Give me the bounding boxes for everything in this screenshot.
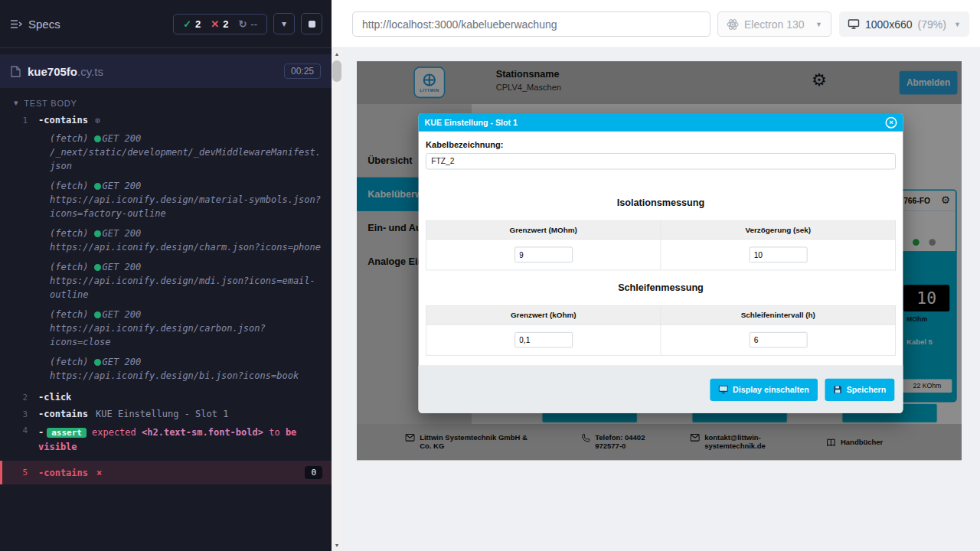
column-header: Verzögerung (sek) [661, 220, 896, 239]
monitor-icon [848, 18, 860, 30]
collapse-tests-button[interactable]: ▾ [273, 13, 295, 34]
browser-header: Electron 130 ▼ 1000x660 (79%) ▼ [332, 0, 980, 48]
command-dash: - [38, 427, 44, 438]
reporter-header: Specs ✓2 ✕2 ↻-- ▾ [0, 0, 332, 48]
command-name: -contains [38, 409, 88, 419]
element-count-badge: 0 [305, 466, 322, 479]
loop-limit-input[interactable] [514, 332, 573, 348]
url-input[interactable] [352, 11, 710, 37]
status-ok-dot-icon [94, 264, 101, 271]
stop-icon [309, 21, 315, 28]
command-row-click[interactable]: 2 -click [0, 389, 332, 406]
failed-x-icon: ✕ [211, 18, 219, 30]
stat-failed: ✕2 [211, 18, 228, 30]
fetch-log-entry[interactable]: (fetch)GET 200 https://api.iconify.desig… [0, 260, 332, 302]
chevron-down-icon: ▼ [815, 21, 822, 28]
fetch-log-entry[interactable]: (fetch)GET 200 https://api.iconify.desig… [0, 308, 332, 349]
fetch-log-entry[interactable]: (fetch)GET 200 https://api.iconify.desig… [0, 355, 332, 383]
assert-badge: assert [47, 428, 87, 438]
fetch-log-entry[interactable]: (fetch)GET 200 https://api.iconify.desig… [0, 227, 332, 254]
status-ok-dot-icon [94, 230, 101, 237]
browser-content: LITTWIN Stationsname CPLV4_Maschen ⚙ Abm… [342, 48, 980, 551]
kue-settings-modal: KUE Einstellung - Slot 1 × Kabelbezeichn… [419, 113, 903, 413]
status-ok-dot-icon [94, 183, 101, 190]
test-body-toggle[interactable]: ▾ TEST BODY [0, 88, 332, 112]
command-name: -contains [38, 115, 88, 126]
kabelueberwachung-app: LITTWIN Stationsname CPLV4_Maschen ⚙ Abm… [357, 61, 962, 460]
column-header: Grenzwert (kOhm) [426, 306, 661, 324]
stop-run-button[interactable] [301, 13, 322, 34]
fetch-log-entry[interactable]: (fetch)GET 200 https://api.iconify.desig… [0, 179, 332, 220]
test-stats[interactable]: ✓2 ✕2 ↻-- [173, 14, 267, 34]
floppy-save-icon [833, 385, 841, 393]
viewport-zoom: (79%) [918, 18, 946, 31]
command-number: 3 [0, 409, 38, 419]
status-ok-dot-icon [94, 135, 101, 142]
command-name: -click [38, 392, 71, 403]
iso-limit-input[interactable] [514, 247, 573, 263]
specs-list-icon [9, 18, 22, 31]
spec-file-header[interactable]: kue705fo.cy.ts 00:25 [0, 54, 332, 88]
file-icon [11, 66, 21, 77]
command-row-contains-1[interactable]: 1 -contains ⚙ [0, 112, 332, 129]
passed-check-icon: ✓ [183, 18, 191, 30]
scroll-down-button[interactable]: ▼ [332, 540, 342, 551]
screen: Specs ✓2 ✕2 ↻-- ▾ kue705fo.cy.ts 00:25 ▾… [0, 0, 980, 551]
command-number: 5 [2, 468, 38, 478]
loop-section-title: Schleifenmessung [426, 282, 896, 293]
specs-label: Specs [28, 18, 60, 31]
chevron-down-icon: ▾ [282, 18, 286, 29]
status-ok-dot-icon [94, 359, 101, 366]
isolation-section-title: Isolationsmessung [426, 197, 896, 208]
column-header: Grenzwert (MOhm) [426, 220, 661, 239]
spec-file-name: kue705fo.cy.ts [28, 65, 103, 78]
browser-name: Electron 130 [744, 18, 805, 31]
command-log: 1 -contains ⚙ (fetch)GET 200 /_next/stat… [0, 112, 332, 484]
isolation-table: Grenzwert (MOhm) Verzögerung (sek) [426, 220, 896, 271]
column-header: Schleifenintervall (h) [661, 306, 896, 324]
scrollbar[interactable]: ▲ ▼ [332, 48, 342, 551]
spec-duration-badge: 00:25 [284, 64, 321, 79]
test-body-label: TEST BODY [24, 99, 77, 108]
command-number: 1 [0, 116, 38, 126]
stat-pending: ↻-- [238, 18, 257, 30]
iso-delay-input[interactable] [749, 247, 807, 263]
fail-x-icon: × [96, 468, 102, 478]
command-row-contains-failed[interactable]: 5 -contains × 0 [0, 461, 332, 484]
display-on-button[interactable]: Display einschalten [710, 378, 818, 400]
command-argument: KUE Einstellung - Slot 1 [96, 409, 228, 419]
command-row-assert[interactable]: 4 -assertexpected <h2.text-sm.font-bold>… [0, 422, 332, 458]
modal-title: KUE Einstellung - Slot 1 [424, 118, 517, 127]
cable-name-input[interactable] [426, 153, 896, 169]
command-name: -contains [38, 468, 88, 478]
scrollbar-thumb[interactable] [332, 60, 341, 82]
command-row-contains-2[interactable]: 3 -contains KUE Einstellung - Slot 1 [0, 406, 332, 422]
cable-name-label: Kabelbezeichnung: [426, 140, 896, 150]
scroll-up-button[interactable]: ▲ [332, 48, 342, 60]
command-number: 2 [0, 393, 38, 403]
specs-menu-button[interactable]: Specs [9, 18, 60, 31]
save-button[interactable]: Speichern [825, 378, 894, 400]
modal-footer: Display einschalten Speichern [419, 365, 903, 412]
pending-refresh-icon: ↻ [238, 18, 247, 30]
stat-passed: ✓2 [183, 18, 201, 30]
chevron-down-icon: ▾ [14, 98, 18, 108]
fetch-log-entry[interactable]: (fetch)GET 200 /_next/static/development… [0, 132, 332, 173]
command-number: 4 [0, 425, 38, 435]
viewport-selector[interactable]: 1000x660 (79%) ▼ [839, 11, 969, 37]
loop-table: Grenzwert (kOhm) Schleifenintervall (h) [426, 305, 896, 356]
modal-title-bar: KUE Einstellung - Slot 1 × [419, 113, 903, 132]
chevron-down-icon: ▼ [954, 21, 961, 28]
close-icon[interactable]: × [885, 116, 897, 128]
command-options-gear-icon: ⚙ [95, 116, 100, 126]
viewport-size: 1000x660 [865, 18, 913, 31]
status-ok-dot-icon [94, 311, 101, 318]
cypress-reporter-panel: Specs ✓2 ✕2 ↻-- ▾ kue705fo.cy.ts 00:25 ▾… [0, 0, 332, 551]
display-icon [718, 385, 728, 393]
app-under-test: LITTWIN Stationsname CPLV4_Maschen ⚙ Abm… [357, 61, 962, 461]
browser-selector[interactable]: Electron 130 ▼ [717, 11, 831, 37]
loop-interval-input[interactable] [749, 332, 807, 348]
electron-icon [727, 18, 739, 31]
